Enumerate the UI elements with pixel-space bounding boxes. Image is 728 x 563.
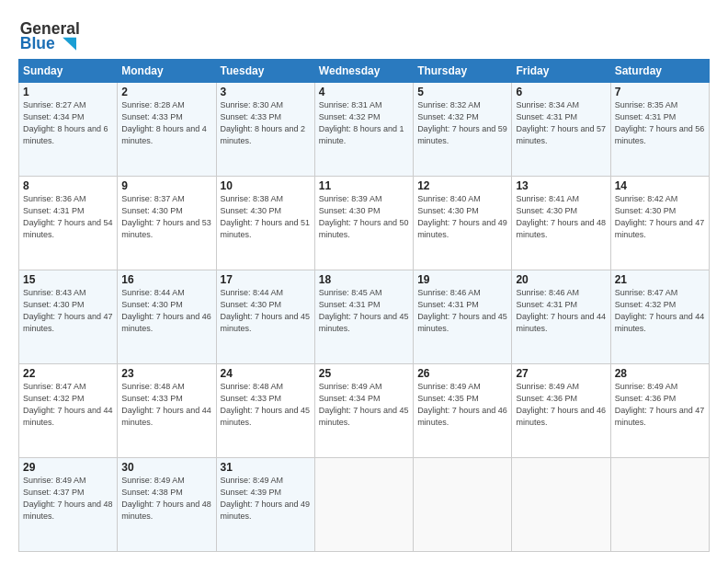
day-info: Sunrise: 8:44 AMSunset: 4:30 PMDaylight:… [121, 287, 211, 335]
day-number: 29 [23, 461, 113, 474]
calendar-cell: 15Sunrise: 8:43 AMSunset: 4:30 PMDayligh… [19, 270, 118, 364]
day-of-week-header: Friday [512, 60, 610, 83]
calendar-cell [610, 458, 709, 552]
calendar-cell: 6Sunrise: 8:34 AMSunset: 4:31 PMDaylight… [512, 83, 610, 177]
calendar-cell: 24Sunrise: 8:48 AMSunset: 4:33 PMDayligh… [216, 364, 314, 458]
calendar-table: SundayMondayTuesdayWednesdayThursdayFrid… [18, 59, 710, 552]
day-info: Sunrise: 8:47 AMSunset: 4:32 PMDaylight:… [23, 381, 113, 429]
day-of-week-header: Thursday [414, 60, 512, 83]
calendar-cell: 12Sunrise: 8:40 AMSunset: 4:30 PMDayligh… [414, 177, 512, 270]
calendar-week-row: 22Sunrise: 8:47 AMSunset: 4:32 PMDayligh… [19, 364, 710, 458]
day-info: Sunrise: 8:49 AMSunset: 4:37 PMDaylight:… [23, 475, 113, 523]
logo: General Blue [18, 15, 83, 52]
calendar-cell [314, 458, 413, 552]
calendar-cell: 5Sunrise: 8:32 AMSunset: 4:32 PMDaylight… [414, 83, 512, 177]
day-info: Sunrise: 8:46 AMSunset: 4:31 PMDaylight:… [417, 287, 507, 335]
calendar-cell: 20Sunrise: 8:46 AMSunset: 4:31 PMDayligh… [512, 270, 610, 364]
day-number: 30 [121, 461, 211, 474]
day-info: Sunrise: 8:34 AMSunset: 4:31 PMDaylight:… [516, 99, 606, 147]
calendar-week-row: 15Sunrise: 8:43 AMSunset: 4:30 PMDayligh… [19, 270, 710, 364]
day-number: 16 [121, 273, 211, 286]
calendar-cell: 7Sunrise: 8:35 AMSunset: 4:31 PMDaylight… [610, 83, 709, 177]
day-info: Sunrise: 8:49 AMSunset: 4:38 PMDaylight:… [121, 475, 211, 523]
day-info: Sunrise: 8:41 AMSunset: 4:30 PMDaylight:… [516, 193, 606, 241]
day-of-week-header: Monday [118, 60, 216, 83]
header: General Blue [18, 15, 710, 52]
day-number: 23 [121, 367, 211, 380]
calendar-week-row: 1Sunrise: 8:27 AMSunset: 4:34 PMDaylight… [19, 83, 710, 177]
day-info: Sunrise: 8:46 AMSunset: 4:31 PMDaylight:… [516, 287, 606, 335]
day-number: 20 [516, 273, 606, 286]
day-info: Sunrise: 8:37 AMSunset: 4:30 PMDaylight:… [121, 193, 211, 241]
day-number: 5 [417, 86, 507, 98]
calendar-cell: 31Sunrise: 8:49 AMSunset: 4:39 PMDayligh… [216, 458, 314, 552]
day-of-week-header: Sunday [19, 60, 118, 83]
calendar-week-row: 8Sunrise: 8:36 AMSunset: 4:31 PMDaylight… [19, 177, 710, 270]
day-info: Sunrise: 8:35 AMSunset: 4:31 PMDaylight:… [615, 99, 705, 147]
day-number: 15 [23, 273, 113, 286]
day-info: Sunrise: 8:48 AMSunset: 4:33 PMDaylight:… [121, 381, 211, 429]
logo-svg: General Blue [18, 15, 83, 52]
day-info: Sunrise: 8:49 AMSunset: 4:36 PMDaylight:… [615, 381, 705, 429]
day-of-week-header: Tuesday [216, 60, 314, 83]
calendar-week-row: 29Sunrise: 8:49 AMSunset: 4:37 PMDayligh… [19, 458, 710, 552]
day-number: 9 [121, 179, 211, 192]
day-number: 1 [23, 86, 113, 98]
day-info: Sunrise: 8:47 AMSunset: 4:32 PMDaylight:… [615, 287, 705, 335]
day-number: 4 [319, 86, 409, 98]
day-info: Sunrise: 8:45 AMSunset: 4:31 PMDaylight:… [319, 287, 409, 335]
calendar-cell: 28Sunrise: 8:49 AMSunset: 4:36 PMDayligh… [610, 364, 709, 458]
day-number: 11 [319, 179, 409, 192]
calendar-cell: 3Sunrise: 8:30 AMSunset: 4:33 PMDaylight… [216, 83, 314, 177]
calendar-cell: 8Sunrise: 8:36 AMSunset: 4:31 PMDaylight… [19, 177, 118, 270]
day-number: 26 [417, 367, 507, 380]
day-info: Sunrise: 8:40 AMSunset: 4:30 PMDaylight:… [417, 193, 507, 241]
day-number: 24 [221, 367, 311, 380]
calendar-header-row: SundayMondayTuesdayWednesdayThursdayFrid… [19, 60, 710, 83]
calendar-cell: 29Sunrise: 8:49 AMSunset: 4:37 PMDayligh… [19, 458, 118, 552]
day-number: 17 [221, 273, 311, 286]
calendar-cell: 27Sunrise: 8:49 AMSunset: 4:36 PMDayligh… [512, 364, 610, 458]
calendar-cell: 21Sunrise: 8:47 AMSunset: 4:32 PMDayligh… [610, 270, 709, 364]
day-info: Sunrise: 8:36 AMSunset: 4:31 PMDaylight:… [23, 193, 113, 241]
calendar-cell: 26Sunrise: 8:49 AMSunset: 4:35 PMDayligh… [414, 364, 512, 458]
day-info: Sunrise: 8:27 AMSunset: 4:34 PMDaylight:… [23, 99, 113, 147]
calendar-cell: 30Sunrise: 8:49 AMSunset: 4:38 PMDayligh… [118, 458, 216, 552]
page: General Blue SundayMondayTuesdayWednesda… [0, 0, 728, 563]
day-number: 3 [221, 86, 311, 98]
day-of-week-header: Wednesday [314, 60, 413, 83]
day-number: 14 [615, 179, 705, 192]
calendar-cell: 1Sunrise: 8:27 AMSunset: 4:34 PMDaylight… [19, 83, 118, 177]
day-number: 19 [417, 273, 507, 286]
day-number: 10 [221, 179, 311, 192]
svg-marker-2 [63, 38, 76, 51]
calendar-cell: 25Sunrise: 8:49 AMSunset: 4:34 PMDayligh… [314, 364, 413, 458]
calendar-cell: 23Sunrise: 8:48 AMSunset: 4:33 PMDayligh… [118, 364, 216, 458]
day-number: 18 [319, 273, 409, 286]
calendar-cell: 19Sunrise: 8:46 AMSunset: 4:31 PMDayligh… [414, 270, 512, 364]
calendar-cell: 14Sunrise: 8:42 AMSunset: 4:30 PMDayligh… [610, 177, 709, 270]
calendar-cell: 18Sunrise: 8:45 AMSunset: 4:31 PMDayligh… [314, 270, 413, 364]
calendar-cell: 22Sunrise: 8:47 AMSunset: 4:32 PMDayligh… [19, 364, 118, 458]
day-info: Sunrise: 8:30 AMSunset: 4:33 PMDaylight:… [221, 99, 311, 147]
calendar-cell [414, 458, 512, 552]
day-number: 6 [516, 86, 606, 98]
day-number: 22 [23, 367, 113, 380]
day-of-week-header: Saturday [610, 60, 709, 83]
calendar-cell: 9Sunrise: 8:37 AMSunset: 4:30 PMDaylight… [118, 177, 216, 270]
day-info: Sunrise: 8:28 AMSunset: 4:33 PMDaylight:… [121, 99, 211, 147]
day-number: 27 [516, 367, 606, 380]
day-number: 7 [615, 86, 705, 98]
day-number: 21 [615, 273, 705, 286]
day-info: Sunrise: 8:49 AMSunset: 4:36 PMDaylight:… [516, 381, 606, 429]
calendar-cell: 13Sunrise: 8:41 AMSunset: 4:30 PMDayligh… [512, 177, 610, 270]
day-info: Sunrise: 8:38 AMSunset: 4:30 PMDaylight:… [221, 193, 311, 241]
calendar-cell: 10Sunrise: 8:38 AMSunset: 4:30 PMDayligh… [216, 177, 314, 270]
day-info: Sunrise: 8:49 AMSunset: 4:34 PMDaylight:… [319, 381, 409, 429]
day-info: Sunrise: 8:49 AMSunset: 4:39 PMDaylight:… [221, 475, 311, 523]
calendar-cell: 4Sunrise: 8:31 AMSunset: 4:32 PMDaylight… [314, 83, 413, 177]
day-number: 25 [319, 367, 409, 380]
day-info: Sunrise: 8:49 AMSunset: 4:35 PMDaylight:… [417, 381, 507, 429]
day-info: Sunrise: 8:48 AMSunset: 4:33 PMDaylight:… [221, 381, 311, 429]
day-info: Sunrise: 8:43 AMSunset: 4:30 PMDaylight:… [23, 287, 113, 335]
